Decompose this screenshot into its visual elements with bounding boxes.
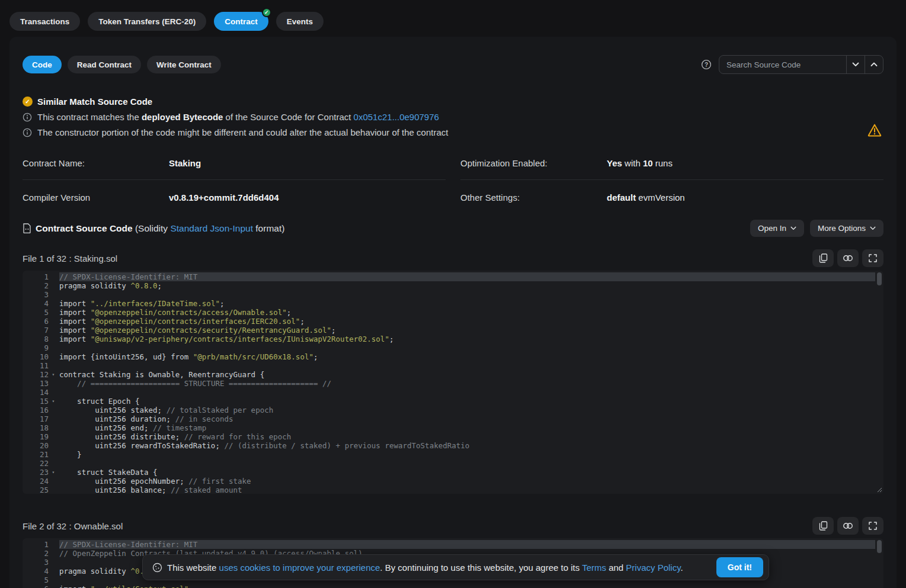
code-editor-staking[interactable]: 1// SPDX-License-Identifier: MIT2pragma … xyxy=(23,271,883,494)
optimization-runs: runs xyxy=(653,158,673,168)
fold-spacer xyxy=(49,477,58,486)
expand-icon xyxy=(869,522,877,530)
more-options-button[interactable]: More Options xyxy=(810,220,883,237)
search-next-button[interactable] xyxy=(846,56,865,73)
line-number: 19 xyxy=(23,432,49,441)
line-number: 24 xyxy=(23,477,49,486)
code-line: 17 uint256 duration; // in seconds xyxy=(23,415,875,423)
fold-spacer xyxy=(49,441,58,450)
contract-subtabs: Code Read Contract Write Contract ? xyxy=(23,55,883,74)
fold-spacer xyxy=(49,576,58,584)
cookie-icon xyxy=(152,563,162,573)
fullscreen-button[interactable] xyxy=(862,517,883,535)
similar-match-header: ✓ Similar Match Source Code xyxy=(23,97,883,107)
line-number: 13 xyxy=(23,379,49,388)
fold-spacer xyxy=(49,450,58,459)
optimization-yes: Yes xyxy=(607,158,622,168)
cookies-info-link[interactable]: uses cookies to improve your experience xyxy=(219,563,380,573)
subtab-code-label: Code xyxy=(32,60,52,69)
fold-spacer xyxy=(49,584,58,588)
fold-spacer xyxy=(49,308,58,317)
got-it-button[interactable]: Got it! xyxy=(716,557,763,577)
match-text-pre: This contract matches the xyxy=(37,112,142,122)
resize-grip[interactable] xyxy=(876,487,882,493)
code-line: 7import "@openzeppelin/contracts/securit… xyxy=(23,326,875,335)
subtab-code[interactable]: Code xyxy=(23,56,62,73)
chevron-down-icon xyxy=(870,226,876,230)
cookie-text-pre: This website xyxy=(167,563,219,573)
fold-spacer xyxy=(49,415,58,423)
source-code-header: Contract Source Code (Solidity Standard … xyxy=(23,220,883,237)
line-number: 20 xyxy=(23,441,49,450)
cookie-text-dot: . xyxy=(681,563,683,573)
contract-name-row: Contract Name: Staking xyxy=(23,153,446,180)
subtab-read-contract[interactable]: Read Contract xyxy=(68,56,141,73)
open-in-button[interactable]: Open In xyxy=(750,220,804,237)
standard-json-input-link[interactable]: Standard Json-Input xyxy=(170,223,253,233)
similar-match-title: Similar Match Source Code xyxy=(37,97,152,107)
tab-events[interactable]: Events xyxy=(276,12,324,31)
link-icon xyxy=(843,522,853,529)
line-number: 1 xyxy=(23,540,49,549)
terms-link[interactable]: Terms xyxy=(582,563,606,573)
code-line: 3 xyxy=(23,290,875,299)
cookie-text: This website uses cookies to improve you… xyxy=(167,563,683,573)
search-prev-button[interactable] xyxy=(865,56,883,73)
svg-text:?: ? xyxy=(705,62,708,68)
fold-arrow-icon[interactable]: ▾ xyxy=(49,468,58,477)
source-code-title-bold: Contract Source Code xyxy=(36,223,133,233)
other-settings-evmversion: evmVersion xyxy=(636,192,685,203)
file-1-row: File 1 of 32 : Staking.sol xyxy=(23,249,883,267)
source-format-end: format) xyxy=(253,223,284,233)
tab-token-transfers[interactable]: Token Transfers (ERC-20) xyxy=(88,12,206,31)
search-source-code-group xyxy=(719,55,883,74)
file-code-icon xyxy=(23,223,31,233)
line-number: 12 xyxy=(23,370,49,379)
fold-spacer xyxy=(49,335,58,343)
tab-contract[interactable]: Contract ✓ xyxy=(214,12,268,31)
code-line: 2pragma solidity ^0.8.0; xyxy=(23,281,875,290)
fullscreen-button[interactable] xyxy=(862,249,883,267)
search-source-code-input[interactable] xyxy=(719,56,846,73)
line-number: 4 xyxy=(23,567,49,576)
line-number: 22 xyxy=(23,459,49,468)
scrollbar-thumb[interactable] xyxy=(877,540,882,553)
more-options-label: More Options xyxy=(818,224,866,233)
code-line: 8import "@uniswap/v2-periphery/contracts… xyxy=(23,335,875,343)
fold-spacer xyxy=(49,459,58,468)
line-number: 4 xyxy=(23,299,49,308)
code-line: 5import "@openzeppelin/contracts/access/… xyxy=(23,308,875,317)
tab-transactions[interactable]: Transactions xyxy=(9,12,80,31)
scrollbar-thumb[interactable] xyxy=(877,272,882,285)
matched-contract-address-link[interactable]: 0x051c21...0e907976 xyxy=(354,112,439,122)
fold-spacer xyxy=(49,388,58,397)
line-number: 7 xyxy=(23,326,49,335)
tab-transactions-label: Transactions xyxy=(20,17,69,26)
copy-source-button[interactable] xyxy=(812,249,834,267)
verified-check-icon: ✓ xyxy=(262,8,271,17)
code-line: 6import "@openzeppelin/contracts/interfa… xyxy=(23,317,875,326)
fold-arrow-icon[interactable]: ▾ xyxy=(49,370,58,379)
warning-triangle-icon xyxy=(867,123,882,138)
copy-icon xyxy=(819,521,828,531)
constructor-warning-note: The constructor portion of the code migh… xyxy=(23,127,883,137)
fold-spacer xyxy=(49,432,58,441)
subtab-read-label: Read Contract xyxy=(77,60,132,69)
code-line: 1// SPDX-License-Identifier: MIT xyxy=(23,540,875,549)
info-icon xyxy=(23,113,32,122)
compiler-version-value: v0.8.19+commit.7dd6d404 xyxy=(169,192,279,203)
help-icon[interactable]: ? xyxy=(701,59,712,70)
line-number: 23 xyxy=(23,468,49,477)
similar-match-check-icon: ✓ xyxy=(23,97,33,107)
permalink-button[interactable] xyxy=(837,249,859,267)
line-number: 5 xyxy=(23,576,49,584)
fold-arrow-icon[interactable]: ▾ xyxy=(49,397,58,406)
line-number: 6 xyxy=(23,584,49,588)
privacy-policy-link[interactable]: Privacy Policy xyxy=(626,563,680,573)
copy-source-button[interactable] xyxy=(812,517,834,535)
line-number: 25 xyxy=(23,486,49,494)
line-number: 1 xyxy=(23,272,49,281)
permalink-button[interactable] xyxy=(837,517,859,535)
subtab-write-contract[interactable]: Write Contract xyxy=(147,56,221,73)
line-number: 11 xyxy=(23,361,49,370)
